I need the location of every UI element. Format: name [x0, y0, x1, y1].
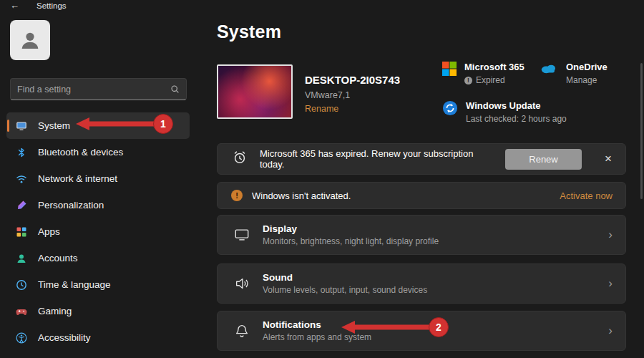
bell-icon — [233, 322, 250, 339]
apps-grid-icon — [16, 226, 27, 238]
scrollbar-thumb[interactable] — [640, 63, 643, 199]
sidebar-item-label: Accounts — [38, 253, 78, 263]
brush-icon — [16, 200, 27, 211]
display-icon — [233, 226, 250, 243]
display-settings-row[interactable]: Display Monitors, brightness, night ligh… — [217, 215, 626, 255]
device-wallpaper-thumbnail — [217, 64, 293, 119]
tile-status: Last checked: 2 hours ago — [466, 114, 567, 124]
sidebar-item-label: Personalization — [38, 200, 104, 211]
system-icon — [16, 120, 27, 132]
chevron-right-icon: › — [608, 324, 613, 338]
microsoft-logo-icon — [442, 62, 457, 79]
row-title: Notifications — [263, 319, 371, 330]
alarm-clock-icon — [232, 150, 248, 168]
microsoft-365-tile[interactable]: Microsoft 365 ! Expired — [442, 62, 525, 85]
windows-update-icon — [442, 100, 458, 119]
sidebar-item-label: Apps — [38, 226, 60, 237]
speaker-icon — [233, 275, 250, 292]
row-subtitle: Monitors, brightness, night light, displ… — [263, 236, 439, 246]
activation-warning-icon: ! — [231, 190, 243, 201]
device-name: DESKTOP-2I0S743 — [305, 74, 400, 86]
sidebar-item-personalization[interactable]: Personalization — [6, 192, 190, 218]
sidebar: System Bluetooth & devices Network & int… — [0, 0, 200, 358]
account-person-icon — [16, 253, 27, 264]
sidebar-item-system[interactable]: System — [6, 112, 190, 139]
banner-text: Windows isn't activated. — [252, 190, 550, 201]
activate-now-link[interactable]: Activate now — [560, 190, 613, 201]
wifi-icon — [16, 173, 27, 185]
tile-title: Windows Update — [466, 100, 567, 111]
tile-title: Microsoft 365 — [464, 62, 525, 72]
sidebar-item-time-language[interactable]: Time & language — [6, 271, 190, 298]
sidebar-item-apps[interactable]: Apps — [6, 218, 190, 245]
banner-text: Microsoft 365 has expired. Renew your su… — [260, 148, 493, 170]
sidebar-nav: System Bluetooth & devices Network & int… — [6, 112, 190, 351]
sidebar-item-label: Accessibility — [38, 332, 91, 343]
row-subtitle: Alerts from apps and system — [263, 332, 371, 342]
ms365-expired-banner: Microsoft 365 has expired. Renew your su… — [217, 143, 626, 175]
notifications-settings-row[interactable]: Notifications Alerts from apps and syste… — [217, 311, 626, 351]
accessibility-icon — [16, 332, 27, 344]
tile-status[interactable]: Manage — [566, 75, 597, 85]
sidebar-item-label: System — [38, 120, 70, 131]
expired-warning-icon: ! — [464, 77, 472, 84]
sidebar-item-label: Time & language — [38, 279, 111, 290]
row-title: Sound — [263, 272, 427, 283]
row-title: Display — [263, 223, 439, 234]
chevron-right-icon: › — [608, 276, 613, 291]
avatar — [10, 20, 50, 60]
rename-link[interactable]: Rename — [305, 104, 338, 114]
activation-banner: ! Windows isn't activated. Activate now — [217, 182, 626, 209]
device-model: VMware7,1 — [305, 90, 350, 100]
sidebar-item-accounts[interactable]: Accounts — [6, 245, 190, 271]
onedrive-cloud-icon — [540, 62, 558, 77]
windows-update-tile[interactable]: Windows Update Last checked: 2 hours ago — [442, 100, 567, 124]
game-controller-icon — [16, 306, 27, 317]
renew-button[interactable]: Renew — [505, 149, 582, 170]
chevron-right-icon: › — [608, 228, 613, 242]
sidebar-item-label: Network & internet — [38, 173, 117, 184]
main-content: System DESKTOP-2I0S743 VMware7,1 Rename … — [200, 0, 644, 358]
clock-icon — [16, 279, 27, 291]
person-icon — [19, 29, 42, 52]
tile-title: OneDrive — [566, 62, 608, 72]
bluetooth-icon — [16, 147, 27, 158]
page-title: System — [217, 21, 281, 42]
sidebar-item-label: Gaming — [38, 306, 72, 316]
sidebar-item-bluetooth-devices[interactable]: Bluetooth & devices — [6, 139, 190, 165]
sidebar-item-gaming[interactable]: Gaming — [6, 298, 190, 324]
sidebar-item-accessibility[interactable]: Accessibility — [6, 324, 190, 351]
row-subtitle: Volume levels, output, input, sound devi… — [263, 285, 427, 295]
tile-status: Expired — [476, 75, 505, 85]
sidebar-item-network-internet[interactable]: Network & internet — [6, 165, 190, 192]
search-box — [10, 78, 187, 100]
sidebar-item-label: Bluetooth & devices — [38, 147, 123, 158]
search-icon — [170, 84, 180, 94]
sound-settings-row[interactable]: Sound Volume levels, output, input, soun… — [217, 263, 626, 304]
search-input[interactable] — [17, 84, 170, 95]
close-icon[interactable]: × — [601, 152, 615, 166]
onedrive-tile[interactable]: OneDrive Manage — [540, 62, 608, 85]
